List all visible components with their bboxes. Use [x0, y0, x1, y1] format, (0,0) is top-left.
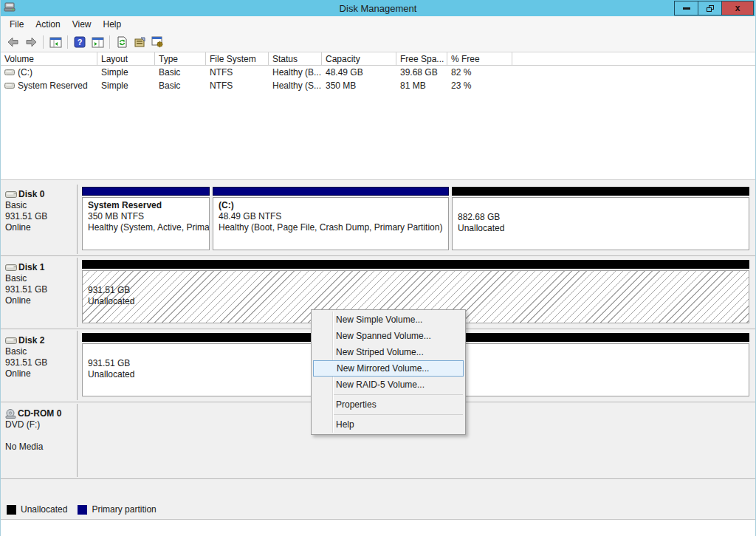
disk-kind: Basic [5, 346, 74, 357]
partition-detail: 48.49 GB NTFS [219, 211, 443, 222]
column-header-volume[interactable]: Volume [1, 52, 97, 65]
cdrom-0-label[interactable]: CD-ROM 0 DVD (F:) No Media [1, 404, 78, 477]
disk-kind: Basic [5, 200, 74, 211]
volume-name: System Reserved [18, 80, 88, 91]
show-action-pane-icon[interactable] [89, 34, 106, 50]
disk-name: Disk 2 [18, 335, 44, 346]
legend-item-unallocated: Unallocated [7, 504, 67, 515]
column-header-pct-free[interactable]: % Free [447, 52, 512, 65]
partition-system-reserved[interactable]: System Reserved 350 MB NTFS Healthy (Sys… [82, 187, 210, 250]
partition-status: Healthy (System, Active, Prima [88, 222, 204, 233]
unallocated-stripe [82, 260, 749, 269]
menu-item-new-simple-volume[interactable]: New Simple Volume... [312, 312, 465, 328]
help-icon[interactable]: ? [71, 34, 89, 50]
toolbar-separator [43, 35, 44, 49]
menu-file[interactable]: File [4, 17, 30, 32]
disk-2-label[interactable]: Disk 2 Basic 931.51 GB Online [1, 331, 78, 400]
forward-icon[interactable] [22, 34, 40, 50]
disk-management-window: Disk Management x File Action View Help [0, 0, 756, 536]
menu-view[interactable]: View [66, 17, 97, 32]
disk-status: Online [5, 222, 74, 233]
refresh-icon[interactable] [113, 34, 131, 50]
menu-item-new-striped-volume[interactable]: New Striped Volume... [312, 344, 465, 360]
restore-button[interactable] [698, 1, 722, 16]
snap-in-gear-icon[interactable] [148, 34, 166, 50]
volume-layout: Simple [97, 67, 155, 78]
menu-separator [334, 394, 463, 395]
disk-size: 931.51 GB [5, 357, 74, 368]
menu-item-new-spanned-volume[interactable]: New Spanned Volume... [312, 328, 465, 344]
legend-label: Primary partition [92, 504, 156, 515]
volume-capacity: 48.49 GB [322, 67, 396, 78]
partition-status: Unallocated [458, 223, 743, 234]
legend-item-primary-partition: Primary partition [78, 504, 156, 515]
disk-icon [5, 264, 17, 272]
disk-status: Online [5, 368, 74, 379]
menu-action[interactable]: Action [30, 17, 66, 32]
partition-status: Unallocated [88, 296, 743, 307]
volume-pct-free: 23 % [447, 80, 512, 91]
disk-icon [5, 190, 17, 199]
title-bar: Disk Management x [1, 0, 755, 16]
menu-item-new-raid5-volume[interactable]: New RAID-5 Volume... [312, 377, 465, 393]
column-header-file-system[interactable]: File System [206, 52, 269, 65]
partition-c-drive[interactable]: (C:) 48.49 GB NTFS Healthy (Boot, Page F… [213, 187, 449, 250]
show-console-tree-icon[interactable] [47, 34, 64, 50]
minimize-button[interactable] [674, 1, 698, 16]
toolbar-separator [67, 35, 68, 49]
menu-separator [334, 414, 463, 415]
volume-type: Basic [155, 67, 206, 78]
column-header-free-space[interactable]: Free Spa... [396, 52, 447, 65]
menu-item-new-mirrored-volume[interactable]: New Mirrored Volume... [313, 360, 464, 377]
primary-partition-stripe [82, 187, 210, 196]
disk-status: No Media [5, 441, 74, 453]
volume-file-system: NTFS [206, 67, 269, 78]
volume-free-space: 81 MB [396, 80, 447, 91]
disk-size: 931.51 GB [5, 284, 74, 295]
column-header-status[interactable]: Status [269, 52, 322, 65]
disk-name: CD-ROM 0 [18, 408, 61, 419]
partition-size: 882.68 GB [458, 212, 743, 223]
toolbar: ? [1, 32, 755, 52]
column-header-filler [512, 52, 755, 65]
menu-bar: File Action View Help [1, 16, 755, 32]
disk-size: 931.51 GB [5, 211, 74, 222]
partition-name: System Reserved [88, 200, 204, 211]
disk-kind: Basic [5, 273, 74, 284]
column-header-layout[interactable]: Layout [97, 52, 155, 65]
volume-list: Volume Layout Type File System Status Ca… [1, 52, 755, 179]
volume-type: Basic [155, 80, 206, 91]
disk-status: Online [5, 295, 74, 306]
cdrom-icon [5, 409, 16, 419]
close-button[interactable]: x [721, 1, 754, 16]
volume-free-space: 39.68 GB [396, 67, 447, 78]
volume-capacity: 350 MB [322, 80, 396, 91]
column-header-capacity[interactable]: Capacity [322, 52, 396, 65]
disk-0-row: Disk 0 Basic 931.51 GB Online System Res… [1, 183, 755, 256]
menu-item-properties[interactable]: Properties [312, 396, 465, 413]
svg-text:?: ? [78, 38, 83, 47]
menu-help[interactable]: Help [97, 17, 128, 32]
partition-status: Healthy (Boot, Page File, Crash Dump, Pr… [219, 222, 443, 233]
legend-label: Unallocated [21, 504, 67, 515]
disk-0-label[interactable]: Disk 0 Basic 931.51 GB Online [1, 185, 78, 254]
menu-item-help[interactable]: Help [312, 416, 465, 433]
disk-name: Disk 0 [18, 189, 44, 200]
column-header-type[interactable]: Type [155, 52, 206, 65]
table-row[interactable]: System Reserved Simple Basic NTFS Health… [1, 79, 755, 92]
partition-disk0-unallocated[interactable]: 882.68 GB Unallocated [452, 187, 749, 250]
volume-name: (C:) [18, 67, 32, 78]
disk-1-label[interactable]: Disk 1 Basic 931.51 GB Online [1, 258, 78, 327]
legend-bar: Unallocated Primary partition [1, 478, 755, 519]
properties-icon[interactable] [131, 34, 148, 50]
volume-drive-icon [4, 69, 15, 76]
minimize-icon [683, 7, 690, 10]
table-row[interactable]: (C:) Simple Basic NTFS Healthy (B... 48.… [1, 66, 755, 79]
volume-list-header: Volume Layout Type File System Status Ca… [1, 52, 755, 66]
volume-file-system: NTFS [206, 80, 269, 91]
partition-detail: 350 MB NTFS [88, 211, 204, 222]
window-title: Disk Management [1, 3, 755, 14]
disk-kind: DVD (F:) [5, 419, 74, 430]
primary-partition-stripe [213, 187, 449, 196]
back-icon[interactable] [4, 34, 22, 50]
